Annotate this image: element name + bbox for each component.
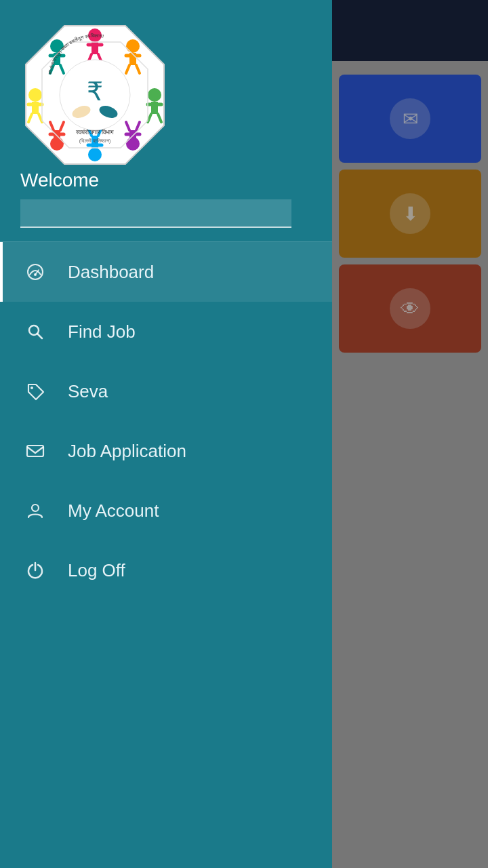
sidebar-item-my-account[interactable]: My Account [0, 481, 332, 540]
sidebar-overlay[interactable] [332, 0, 488, 868]
svg-line-53 [37, 334, 42, 338]
tag-icon [23, 379, 47, 403]
dashboard-icon [23, 260, 47, 284]
svg-text:₹: ₹ [87, 77, 103, 106]
sidebar-header: ₹ स्वयंरोजगार विभाग (दिल्ली प्रतिष्ठान) … [0, 0, 332, 241]
svg-point-6 [126, 39, 140, 53]
svg-point-49 [28, 264, 43, 279]
welcome-label: Welcome [20, 170, 99, 191]
svg-text:(दिल्ली प्रतिष्ठान): (दिल्ली प्रतिष्ठान) [79, 138, 111, 144]
power-icon [23, 558, 47, 583]
my-account-label: My Account [68, 500, 159, 521]
sidebar-drawer: ₹ स्वयंरोजगार विभाग (दिल्ली प्रतिष्ठान) … [0, 0, 332, 868]
sidebar-item-log-off[interactable]: Log Off [0, 540, 332, 600]
sidebar-item-dashboard[interactable]: Dashboard [0, 242, 332, 302]
svg-point-56 [32, 505, 39, 511]
svg-point-21 [88, 148, 102, 161]
svg-point-31 [28, 88, 42, 102]
search-icon [23, 319, 47, 344]
nav-list: Dashboard Find Job Seva [0, 242, 332, 868]
sidebar-item-job-application[interactable]: Job Application [0, 421, 332, 481]
welcome-input[interactable] [20, 199, 291, 228]
dashboard-label: Dashboard [68, 262, 154, 283]
svg-text:स्वयंरोजगार विभाग: स्वयंरोजगार विभाग [75, 128, 115, 136]
user-icon [23, 498, 47, 523]
svg-point-54 [30, 387, 33, 389]
app-logo: ₹ स्वयंरोजगार विभाग (दिल्ली प्रतिष्ठान) … [20, 20, 169, 170]
envelope-icon [23, 439, 47, 463]
sidebar-item-find-job[interactable]: Find Job [0, 302, 332, 361]
seva-label: Seva [68, 381, 108, 402]
svg-rect-55 [27, 446, 43, 456]
svg-point-11 [148, 88, 161, 102]
log-off-label: Log Off [68, 560, 125, 581]
job-application-label: Job Application [68, 441, 186, 462]
find-job-label: Find Job [68, 321, 136, 342]
sidebar-item-seva[interactable]: Seva [0, 361, 332, 421]
